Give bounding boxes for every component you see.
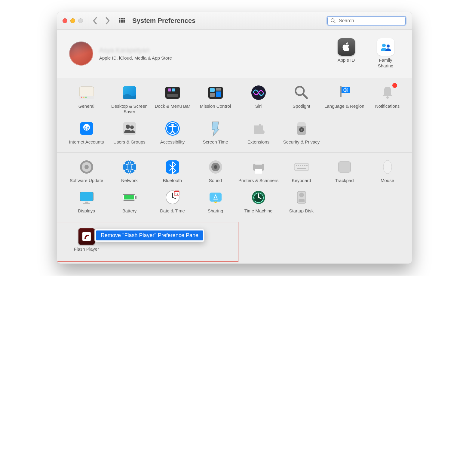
pref-software[interactable]: Software Update bbox=[66, 159, 107, 184]
pref-dock[interactable]: Dock & Menu Bar bbox=[152, 84, 193, 115]
pref-bluetooth[interactable]: Bluetooth bbox=[152, 159, 193, 184]
svg-rect-4 bbox=[119, 20, 120, 21]
language-label: Language & Region bbox=[324, 104, 365, 109]
pref-mouse[interactable]: Mouse bbox=[367, 159, 408, 184]
svg-rect-72 bbox=[85, 202, 88, 203]
svg-rect-34 bbox=[340, 86, 342, 97]
dock-label: Dock & Menu Bar bbox=[152, 104, 193, 109]
pref-screentime[interactable]: Screen Time bbox=[195, 120, 236, 145]
apple-id-label: Apple ID bbox=[332, 57, 360, 63]
datetime-label: Date & Time bbox=[152, 208, 193, 214]
svg-point-47 bbox=[171, 124, 174, 126]
pref-displays[interactable]: Displays bbox=[66, 189, 107, 214]
family-sharing-label: Family Sharing bbox=[371, 57, 400, 69]
mouse-icon bbox=[379, 159, 396, 175]
svg-rect-30 bbox=[210, 93, 215, 97]
svg-rect-63 bbox=[300, 165, 301, 166]
profile-avatar[interactable] bbox=[69, 42, 93, 66]
minimize-button[interactable] bbox=[70, 18, 75, 23]
pref-siri[interactable]: Siri bbox=[238, 84, 279, 115]
apple-id-item[interactable]: Apple ID bbox=[332, 38, 360, 69]
pref-general[interactable]: General bbox=[66, 84, 107, 115]
pref-internet[interactable]: @Internet Accounts bbox=[66, 120, 107, 145]
sharing-icon bbox=[207, 189, 224, 206]
svg-rect-73 bbox=[83, 203, 90, 204]
svg-rect-64 bbox=[302, 165, 303, 166]
profile-row[interactable]: Asya Karapetyan Apple ID, iCloud, Media … bbox=[57, 30, 412, 78]
timemachine-icon bbox=[250, 189, 267, 206]
extensions-label: Extensions bbox=[238, 139, 279, 145]
forward-button[interactable] bbox=[105, 17, 110, 24]
svg-rect-81 bbox=[174, 191, 179, 192]
users-icon bbox=[121, 120, 138, 137]
keyboard-icon bbox=[293, 159, 310, 175]
svg-rect-68 bbox=[339, 162, 351, 172]
pref-datetime[interactable]: 17Date & Time bbox=[152, 189, 193, 214]
pref-mission[interactable]: Mission Control bbox=[195, 84, 236, 115]
spotlight-icon bbox=[293, 84, 310, 101]
svg-rect-8 bbox=[119, 21, 120, 23]
close-button[interactable] bbox=[63, 18, 67, 23]
back-button[interactable] bbox=[93, 17, 97, 24]
pref-sound[interactable]: Sound bbox=[195, 159, 236, 184]
zoom-button[interactable] bbox=[78, 18, 83, 23]
svg-point-20 bbox=[85, 97, 87, 98]
titlebar: System Preferences bbox=[57, 12, 412, 30]
battery-label: Battery bbox=[109, 208, 150, 214]
svg-rect-61 bbox=[296, 165, 297, 166]
pref-extensions[interactable]: Extensions bbox=[238, 120, 279, 145]
pref-battery[interactable]: Battery bbox=[109, 189, 150, 214]
system-preferences-window: System Preferences Asya Karapetyan Apple… bbox=[57, 12, 412, 264]
pref-keyboard[interactable]: Keyboard bbox=[281, 159, 322, 184]
svg-point-69 bbox=[383, 160, 392, 174]
pref-notifications[interactable]: Notifications bbox=[367, 84, 408, 115]
printers-label: Printers & Scanners bbox=[238, 178, 279, 184]
pref-language[interactable]: Language & Region bbox=[324, 84, 365, 115]
svg-point-56 bbox=[214, 165, 217, 169]
svg-rect-10 bbox=[122, 21, 124, 23]
pref-sharing[interactable]: Sharing bbox=[195, 189, 236, 214]
pref-accessibility[interactable]: Accessibility bbox=[152, 120, 193, 145]
pref-network[interactable]: Network bbox=[109, 159, 150, 184]
search-field[interactable] bbox=[326, 16, 406, 26]
svg-rect-66 bbox=[306, 165, 308, 166]
pref-users[interactable]: Users & Groups bbox=[109, 120, 150, 145]
mission-label: Mission Control bbox=[195, 104, 236, 109]
svg-rect-90 bbox=[299, 199, 305, 202]
svg-point-15 bbox=[387, 45, 390, 48]
svg-rect-9 bbox=[121, 21, 122, 23]
network-label: Network bbox=[109, 178, 150, 184]
siri-icon bbox=[250, 84, 267, 101]
security-icon bbox=[293, 120, 310, 137]
battery-icon bbox=[121, 189, 138, 206]
svg-rect-70 bbox=[80, 192, 93, 201]
pref-trackpad[interactable]: Trackpad bbox=[324, 159, 365, 184]
svg-rect-65 bbox=[304, 165, 305, 166]
svg-rect-24 bbox=[168, 88, 171, 91]
mouse-label: Mouse bbox=[367, 178, 408, 184]
pref-printers[interactable]: Printers & Scanners bbox=[238, 159, 279, 184]
pref-startup[interactable]: Startup Disk bbox=[281, 189, 322, 214]
window-controls bbox=[63, 18, 83, 23]
show-all-button[interactable] bbox=[118, 17, 125, 24]
thirdparty-panel: Flash Player Remove "Flash Player" Prefe… bbox=[57, 221, 412, 264]
search-input[interactable] bbox=[338, 18, 403, 24]
pref-desktop[interactable]: Desktop & Screen Saver bbox=[109, 84, 150, 115]
family-sharing-item[interactable]: Family Sharing bbox=[371, 38, 400, 69]
startup-label: Startup Disk bbox=[281, 208, 322, 214]
remove-pane-menuitem[interactable]: Remove "Flash Player" Preference Pane bbox=[96, 230, 203, 240]
security-label: Security & Privacy bbox=[281, 139, 322, 145]
internet-icon: @ bbox=[78, 120, 95, 137]
pref-spotlight[interactable]: Spotlight bbox=[281, 84, 322, 115]
sound-icon bbox=[207, 159, 224, 175]
svg-point-84 bbox=[215, 195, 216, 196]
svg-rect-6 bbox=[122, 20, 124, 21]
svg-point-38 bbox=[386, 96, 389, 99]
datetime-icon: 17 bbox=[164, 189, 181, 206]
pref-security[interactable]: Security & Privacy bbox=[281, 120, 322, 145]
dock-icon bbox=[164, 84, 181, 101]
pref-timemachine[interactable]: Time Machine bbox=[238, 189, 279, 214]
nav-arrows bbox=[93, 17, 110, 24]
desktop-label: Desktop & Screen Saver bbox=[109, 104, 150, 115]
flash-player-label: Flash Player bbox=[66, 246, 107, 252]
